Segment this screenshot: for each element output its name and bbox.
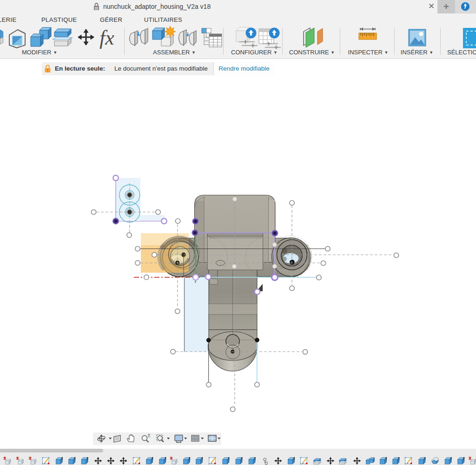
svg-text:fx: fx (99, 26, 114, 49)
